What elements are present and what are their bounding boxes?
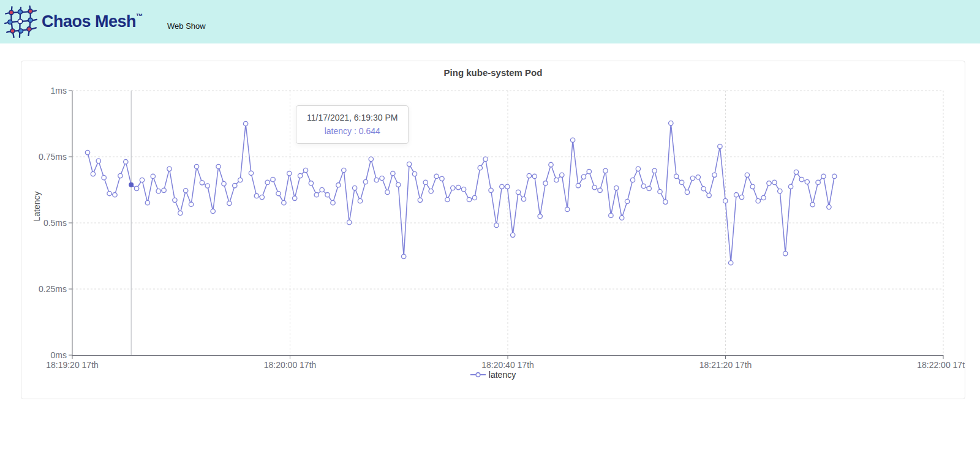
data-point[interactable] — [489, 188, 493, 192]
data-point[interactable] — [636, 167, 640, 171]
data-point[interactable] — [788, 184, 793, 189]
data-point[interactable] — [456, 185, 461, 189]
data-point[interactable] — [303, 168, 307, 172]
data-point[interactable] — [663, 200, 668, 204]
data-point[interactable] — [276, 191, 281, 195]
data-point[interactable] — [385, 190, 390, 194]
data-point[interactable] — [200, 181, 204, 185]
data-point[interactable] — [734, 193, 738, 197]
data-point[interactable] — [538, 214, 542, 219]
data-point[interactable] — [767, 181, 771, 186]
data-point[interactable] — [543, 181, 548, 186]
data-point[interactable] — [652, 168, 657, 173]
data-point[interactable] — [402, 254, 406, 258]
data-point[interactable] — [418, 198, 422, 202]
data-point[interactable] — [827, 205, 831, 209]
data-point[interactable] — [407, 162, 411, 166]
data-point[interactable] — [750, 184, 755, 189]
data-point[interactable] — [467, 197, 471, 201]
data-point[interactable] — [707, 193, 711, 197]
data-point[interactable] — [96, 159, 100, 163]
data-point[interactable] — [500, 184, 504, 189]
data-point[interactable] — [527, 173, 531, 178]
data-point[interactable] — [516, 190, 520, 194]
data-point[interactable] — [609, 213, 613, 217]
data-point[interactable] — [380, 176, 384, 180]
data-point[interactable] — [85, 150, 89, 154]
data-point[interactable] — [451, 186, 455, 190]
data-point[interactable] — [238, 178, 243, 182]
data-point[interactable] — [358, 198, 362, 203]
data-point[interactable] — [124, 160, 128, 164]
data-point[interactable] — [478, 165, 482, 170]
data-point[interactable] — [641, 184, 646, 188]
nav-web-show[interactable]: Web Show — [167, 21, 206, 31]
data-point[interactable] — [461, 187, 466, 191]
data-point[interactable] — [325, 193, 330, 197]
data-point[interactable] — [254, 193, 258, 198]
legend[interactable]: latency — [21, 370, 965, 380]
data-point[interactable] — [342, 168, 346, 172]
data-point[interactable] — [320, 187, 324, 192]
data-point[interactable] — [336, 183, 341, 187]
data-point[interactable] — [647, 186, 651, 190]
data-point[interactable] — [723, 198, 728, 203]
data-point[interactable] — [314, 193, 318, 197]
data-point[interactable] — [554, 178, 559, 182]
data-point[interactable] — [211, 209, 215, 213]
data-point[interactable] — [745, 173, 749, 177]
data-point[interactable] — [363, 179, 368, 184]
data-point[interactable] — [521, 197, 526, 201]
data-point[interactable] — [679, 180, 684, 184]
data-point[interactable] — [423, 180, 428, 184]
data-point[interactable] — [690, 176, 695, 180]
data-point[interactable] — [570, 138, 575, 142]
data-point[interactable] — [576, 183, 580, 187]
data-point[interactable] — [347, 220, 352, 224]
data-point[interactable] — [494, 223, 499, 227]
latency-chart[interactable]: 1ms0.75ms0.5ms0.25ms0ms18:19:20 17th18:2… — [21, 61, 965, 386]
data-point[interactable] — [603, 168, 608, 173]
data-point[interactable] — [483, 157, 488, 161]
data-point[interactable] — [614, 186, 619, 190]
data-point[interactable] — [581, 175, 586, 179]
data-point[interactable] — [412, 171, 417, 176]
data-point[interactable] — [102, 175, 106, 179]
data-point[interactable] — [167, 167, 172, 171]
data-point[interactable] — [810, 202, 815, 206]
data-point[interactable] — [227, 201, 232, 205]
data-point[interactable] — [565, 207, 570, 211]
data-point-hovered[interactable] — [129, 182, 134, 187]
data-point[interactable] — [472, 195, 477, 200]
data-point[interactable] — [816, 180, 820, 184]
data-point[interactable] — [233, 183, 237, 187]
data-point[interactable] — [674, 174, 679, 178]
data-point[interactable] — [113, 193, 117, 197]
data-point[interactable] — [107, 191, 111, 195]
data-point[interactable] — [265, 180, 270, 184]
data-point[interactable] — [445, 197, 450, 201]
data-point[interactable] — [685, 190, 689, 194]
data-point[interactable] — [701, 187, 706, 191]
data-point[interactable] — [429, 189, 433, 193]
data-point[interactable] — [549, 162, 553, 167]
data-point[interactable] — [140, 178, 144, 182]
data-point[interactable] — [118, 173, 123, 178]
data-point[interactable] — [396, 182, 401, 187]
data-point[interactable] — [434, 174, 439, 178]
data-point[interactable] — [184, 189, 188, 193]
data-point[interactable] — [440, 176, 444, 181]
data-point[interactable] — [832, 174, 837, 178]
data-point[interactable] — [794, 170, 798, 174]
data-point[interactable] — [783, 251, 788, 255]
data-point[interactable] — [592, 185, 597, 189]
data-point[interactable] — [821, 174, 826, 178]
data-point[interactable] — [369, 157, 373, 161]
data-point[interactable] — [712, 173, 717, 177]
data-point[interactable] — [260, 195, 264, 199]
data-point[interactable] — [309, 181, 313, 186]
data-point[interactable] — [178, 211, 183, 215]
data-point[interactable] — [729, 261, 733, 265]
data-point[interactable] — [560, 173, 564, 177]
data-point[interactable] — [532, 174, 537, 178]
